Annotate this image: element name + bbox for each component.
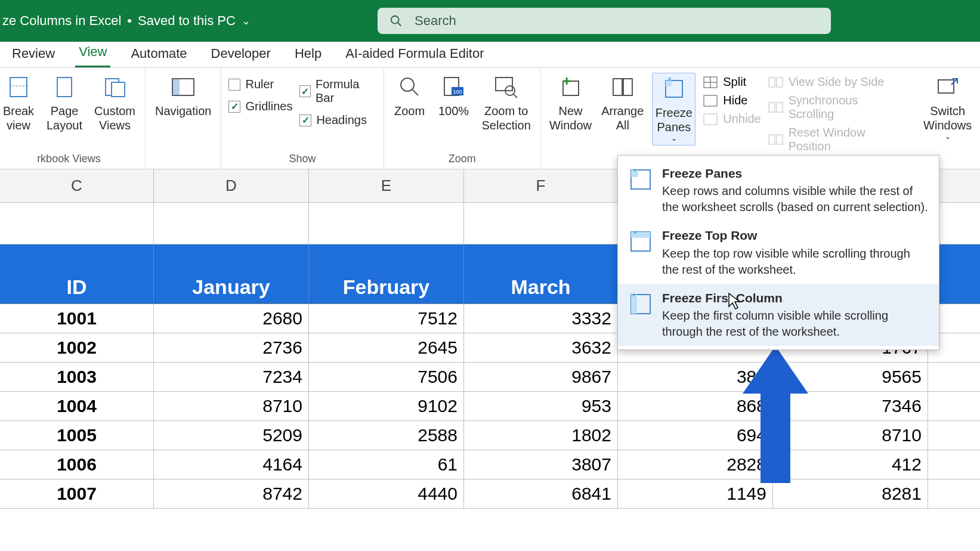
svg-rect-6 — [112, 82, 125, 97]
chevron-down-icon: ⌄ — [945, 132, 951, 141]
page-break-view-button[interactable]: Break view — [0, 73, 37, 134]
cell-id[interactable]: 1007 — [0, 479, 154, 508]
titlebar: ze Columns in Excel • Saved to this PC ⌄… — [0, 0, 980, 42]
cell[interactable]: 2680 — [154, 304, 309, 333]
zoom-icon — [397, 74, 423, 100]
chevron-down-icon: ⌄ — [671, 134, 677, 143]
cell-id[interactable]: 1006 — [0, 450, 154, 479]
svg-point-0 — [391, 16, 399, 24]
header-january: January — [154, 244, 309, 304]
search-input[interactable]: Search — [378, 8, 831, 34]
svg-text:*: * — [633, 230, 637, 239]
cell-id[interactable]: 1005 — [0, 421, 154, 450]
cell[interactable]: 1802 — [464, 421, 618, 450]
freeze-panes-button[interactable]: * Freeze Panes ⌄ — [652, 73, 695, 146]
cell[interactable]: 7512 — [309, 304, 464, 333]
table-row[interactable]: 100787424440684111498281 — [0, 479, 980, 509]
zoom-to-selection-button[interactable]: Zoom to Selection — [480, 73, 533, 134]
tab-ai-formula[interactable]: AI-aided Formula Editor — [342, 42, 487, 67]
svg-line-16 — [513, 94, 517, 98]
cell[interactable]: 3807 — [464, 450, 618, 479]
column-header-e[interactable]: E — [309, 169, 464, 202]
svg-rect-36 — [938, 80, 954, 93]
cell[interactable]: 7234 — [154, 363, 309, 391]
file-title[interactable]: ze Columns in Excel • Saved to this PC ⌄ — [0, 13, 251, 29]
filename: ze Columns in Excel — [2, 13, 121, 29]
svg-rect-4 — [57, 78, 72, 97]
tab-automate[interactable]: Automate — [127, 42, 190, 67]
switch-windows-icon — [935, 74, 961, 100]
ribbon: Break view Page Layout Custom Views rkbo… — [0, 68, 980, 169]
hide-button[interactable]: Hide — [703, 94, 760, 107]
column-header-d[interactable]: D — [154, 169, 309, 202]
custom-views-button[interactable]: Custom Views — [92, 73, 138, 134]
tab-view[interactable]: View — [75, 41, 110, 67]
zoom-100-button[interactable]: 100 100% — [435, 73, 472, 119]
column-header-c[interactable]: C — [0, 169, 154, 202]
tab-review[interactable]: Review — [8, 42, 58, 67]
gridlines-checkbox[interactable]: Gridlines — [228, 100, 292, 113]
arrange-all-button[interactable]: Arrange All — [600, 73, 645, 134]
view-side-by-side-button: View Side by Side — [768, 75, 904, 89]
cell[interactable]: 4440 — [309, 479, 464, 508]
unhide-icon — [703, 113, 718, 126]
cell[interactable]: 2736 — [154, 333, 309, 362]
svg-rect-14 — [496, 78, 512, 91]
tab-developer[interactable]: Developer — [208, 42, 274, 67]
freeze-first-column-option[interactable]: * Freeze First ColumnKeep the first colu… — [618, 284, 939, 346]
cell[interactable]: 7506 — [309, 363, 464, 391]
cell[interactable]: 953 — [464, 392, 618, 420]
freeze-panes-option[interactable]: * Freeze PanesKeep rows and columns visi… — [618, 159, 939, 221]
table-row[interactable]: 1004871091029538687346 — [0, 392, 980, 421]
table-row[interactable]: 100641646138072828412 — [0, 450, 980, 479]
navigation-button[interactable]: Navigation — [153, 73, 214, 119]
cell-id[interactable]: 1003 — [0, 363, 154, 391]
cell-id[interactable]: 1001 — [0, 304, 154, 333]
page-break-icon — [5, 74, 32, 100]
cell[interactable]: 6841 — [464, 479, 618, 508]
freeze-top-row-option[interactable]: * Freeze Top RowKeep the top row visible… — [618, 221, 939, 283]
chevron-down-icon[interactable]: ⌄ — [242, 14, 251, 27]
page-layout-icon — [51, 74, 78, 100]
cell[interactable]: 4164 — [154, 450, 309, 479]
formula-bar-checkbox[interactable]: Formula Bar — [299, 78, 376, 105]
split-button[interactable]: Split — [703, 75, 760, 89]
new-window-button[interactable]: New Window — [548, 73, 593, 134]
cell[interactable]: 9102 — [309, 392, 464, 420]
zoom-100-icon: 100 — [441, 74, 467, 100]
ruler-checkbox[interactable]: Ruler — [228, 78, 292, 91]
svg-rect-2 — [10, 78, 27, 97]
column-header-f[interactable]: F — [464, 169, 618, 202]
headings-checkbox[interactable]: Headings — [299, 113, 376, 127]
cell[interactable]: 3332 — [464, 304, 618, 333]
freeze-first-column-icon: * — [629, 292, 653, 316]
page-layout-button[interactable]: Page Layout — [44, 73, 85, 134]
zoom-button[interactable]: Zoom — [391, 73, 428, 119]
group-label-show: Show — [228, 150, 376, 166]
svg-point-9 — [401, 78, 414, 91]
sync-scroll-icon — [768, 101, 784, 114]
cell[interactable]: 3632 — [464, 333, 618, 362]
cell[interactable]: 9867 — [464, 363, 618, 391]
table-row[interactable]: 10037234750698673849565 — [0, 363, 980, 392]
cell[interactable]: 5209 — [154, 421, 309, 450]
cell[interactable]: 8742 — [154, 479, 309, 508]
cell[interactable]: 2645 — [309, 333, 464, 362]
cell[interactable]: 61 — [309, 450, 464, 479]
cell-id[interactable]: 1004 — [0, 392, 154, 420]
switch-windows-button[interactable]: Switch Windows ⌄ — [922, 73, 973, 142]
table-row[interactable]: 10055209258818026948710 — [0, 421, 980, 450]
svg-rect-29 — [704, 114, 717, 125]
tab-help[interactable]: Help — [291, 42, 325, 67]
new-window-icon — [557, 74, 583, 100]
svg-text:*: * — [633, 168, 637, 177]
cell[interactable]: 2588 — [309, 421, 464, 450]
search-icon — [389, 14, 403, 27]
cell[interactable]: 1149 — [618, 479, 773, 508]
cell[interactable]: 8281 — [773, 479, 928, 508]
split-icon — [703, 76, 718, 89]
svg-rect-21 — [623, 79, 632, 95]
header-id: ID — [0, 244, 154, 304]
cell-id[interactable]: 1002 — [0, 333, 154, 362]
cell[interactable]: 8710 — [154, 392, 309, 420]
